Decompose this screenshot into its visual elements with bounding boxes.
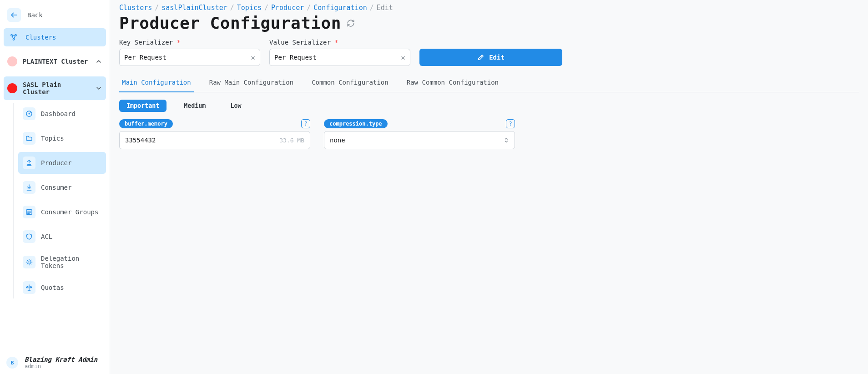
- svg-point-5: [29, 113, 30, 114]
- sidebar-item-label: ACL: [41, 233, 52, 240]
- tab-main-configuration[interactable]: Main Configuration: [119, 74, 194, 92]
- key-serializer-label: Key Serializer *: [119, 39, 260, 46]
- sidebar-item-producer[interactable]: Producer: [18, 152, 106, 174]
- cluster-item-saslplain[interactable]: SASL Plain Cluster: [4, 76, 106, 100]
- config-card-buffer-memory: buffer.memory ? 33554432 33.6 MB: [119, 119, 310, 149]
- svg-line-15: [27, 260, 27, 260]
- config-name-badge: buffer.memory: [119, 119, 173, 128]
- config-hint: 33.6 MB: [279, 137, 304, 144]
- crumb-configuration[interactable]: Configuration: [313, 4, 367, 12]
- back-arrow-icon: [7, 8, 21, 22]
- key-serializer-value: Per Request: [124, 54, 167, 61]
- config-value: none: [330, 136, 345, 144]
- value-serializer-label: Value Serializer *: [269, 39, 410, 46]
- shield-icon: [23, 230, 35, 243]
- crumb-clustercode[interactable]: saslPlainCluster: [161, 4, 227, 12]
- sidebar-item-dashboard[interactable]: Dashboard: [18, 103, 106, 125]
- tab-common-configuration[interactable]: Common Configuration: [309, 74, 391, 92]
- sidebar-item-topics[interactable]: Topics: [18, 127, 106, 149]
- clusters-icon: [9, 33, 18, 42]
- help-icon[interactable]: ?: [301, 119, 310, 128]
- token-icon: [23, 256, 35, 268]
- crumb-current: Edit: [377, 4, 393, 12]
- sidebar-item-label: Topics: [41, 135, 64, 142]
- tab-raw-common-configuration[interactable]: Raw Common Configuration: [404, 74, 501, 92]
- sidebar-item-label: Dashboard: [41, 110, 76, 117]
- config-input-buffer-memory[interactable]: 33554432 33.6 MB: [119, 131, 310, 149]
- svg-line-16: [30, 263, 31, 264]
- level-medium[interactable]: Medium: [177, 100, 213, 112]
- value-serializer-select[interactable]: Per Request ✕: [269, 49, 410, 66]
- config-value: 33554432: [125, 136, 156, 144]
- sidebar-item-consumer[interactable]: Consumer: [18, 177, 106, 198]
- crumb-topics[interactable]: Topics: [237, 4, 262, 12]
- scale-icon: [23, 281, 35, 294]
- chevron-up-icon: [95, 58, 102, 65]
- svg-line-17: [30, 260, 31, 260]
- upload-icon: [23, 157, 35, 169]
- config-card-compression-type: compression.type ? none: [324, 119, 515, 149]
- cluster-item-plaintext[interactable]: PLAINTEXT Cluster: [4, 52, 106, 71]
- main-content: Clusters / saslPlainCluster / Topics / P…: [110, 0, 868, 374]
- crumb-producer[interactable]: Producer: [271, 4, 304, 12]
- avatar: B: [6, 357, 18, 369]
- cluster-status-dot: [7, 83, 17, 93]
- gauge-icon: [23, 107, 35, 120]
- tab-raw-main-configuration[interactable]: Raw Main Configuration: [207, 74, 296, 92]
- cluster-status-dot: [7, 56, 17, 66]
- user-menu[interactable]: B Blazing Kraft Admin admin: [0, 351, 110, 374]
- clear-icon[interactable]: ✕: [251, 53, 255, 62]
- sidebar-item-label: Producer: [41, 159, 71, 167]
- list-icon: [23, 206, 35, 218]
- clear-icon[interactable]: ✕: [401, 53, 405, 62]
- sidebar-item-quotas[interactable]: Quotas: [18, 277, 106, 298]
- sidebar-item-acl[interactable]: ACL: [18, 226, 106, 248]
- config-tabs: Main Configuration Raw Main Configuratio…: [119, 74, 859, 92]
- key-serializer-select[interactable]: Per Request ✕: [119, 49, 260, 66]
- select-chevron-icon: [504, 137, 509, 143]
- level-low[interactable]: Low: [223, 100, 248, 112]
- importance-filter: Important Medium Low: [119, 100, 859, 112]
- sidebar-item-consumer-groups[interactable]: Consumer Groups: [18, 201, 106, 223]
- sidebar: Back Clusters PLAINTEXT Cluster SASL Pla…: [0, 0, 110, 374]
- page-title: Producer Configuration: [119, 14, 341, 32]
- edit-button-label: Edit: [489, 54, 505, 61]
- refresh-icon[interactable]: [347, 19, 355, 27]
- sidebar-root-clusters[interactable]: Clusters: [4, 28, 106, 46]
- folder-icon: [23, 132, 35, 145]
- edit-button[interactable]: Edit: [419, 49, 562, 66]
- sidebar-item-label: Delegation Tokens: [41, 255, 101, 269]
- back-label: Back: [27, 11, 43, 19]
- cluster-label: PLAINTEXT Cluster: [23, 58, 88, 65]
- cluster-label: SASL Plain Cluster: [23, 81, 90, 96]
- config-select-compression-type[interactable]: none: [324, 131, 515, 149]
- config-name-badge: compression.type: [324, 119, 388, 128]
- cluster-subnav: Dashboard Topics Producer: [13, 103, 106, 298]
- sidebar-item-label: Consumer Groups: [41, 208, 98, 216]
- help-icon[interactable]: ?: [506, 119, 515, 128]
- level-important[interactable]: Important: [119, 100, 167, 112]
- breadcrumb: Clusters / saslPlainCluster / Topics / P…: [119, 3, 859, 12]
- chevron-down-icon: [95, 85, 102, 92]
- value-serializer-value: Per Request: [274, 54, 317, 61]
- back-button[interactable]: Back: [4, 4, 106, 28]
- sidebar-item-label: Consumer: [41, 184, 71, 191]
- user-role: admin: [25, 363, 97, 369]
- svg-point-10: [28, 261, 30, 263]
- sidebar-item-delegation-tokens[interactable]: Delegation Tokens: [18, 250, 106, 274]
- svg-line-18: [27, 263, 27, 264]
- download-icon: [23, 181, 35, 194]
- sidebar-item-label: Quotas: [41, 284, 64, 291]
- sidebar-root-label: Clusters: [25, 34, 56, 41]
- pencil-icon: [477, 54, 484, 61]
- user-name: Blazing Kraft Admin: [25, 356, 97, 363]
- crumb-clusters[interactable]: Clusters: [119, 4, 152, 12]
